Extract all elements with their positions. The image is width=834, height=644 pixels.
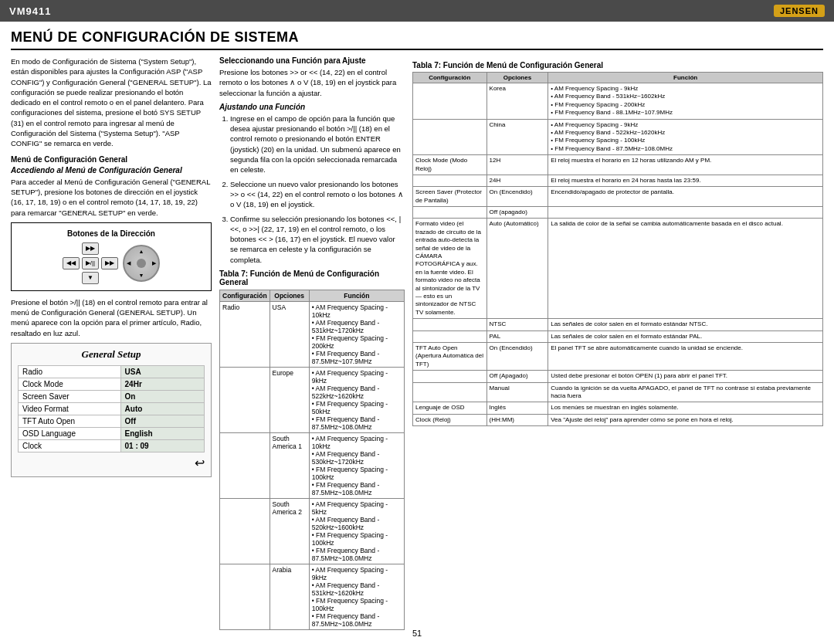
- function-cell: • AM Frequency Spacing - 10kHz• AM Frequ…: [309, 433, 404, 499]
- function-line: Usted debe presionar el botón OPEN (1) p…: [551, 372, 820, 380]
- rewind-btn[interactable]: ◀◀: [63, 257, 80, 269]
- function-cell: El reloj muestra el horario en 12 horas …: [548, 155, 823, 175]
- table-row: Korea • AM Frequency Spacing - 9kHz• AM …: [413, 83, 823, 120]
- function-line: • AM Frequency Band - 522kHz~1620kHz: [312, 385, 402, 400]
- function-line: Las señales de color salen en el formato…: [551, 333, 820, 341]
- mid-config-table: Configuración Opciones Función Radio USA…: [219, 290, 405, 630]
- direction-box: Botones de la Dirección ▶▶ ◀◀ ▶/|| ▶▶ ▼: [11, 222, 212, 291]
- step-item: Confirme su selección presionando los bo…: [230, 214, 405, 265]
- joystick-pad[interactable]: ◀ ▶: [123, 245, 160, 282]
- config-cell: [413, 207, 487, 219]
- center-button[interactable]: [137, 259, 146, 268]
- function-line: • FM Frequency Spacing - 200kHz: [312, 334, 402, 350]
- table-row: South America 1 • AM Frequency Spacing -…: [220, 433, 405, 499]
- function-line: • AM Frequency Spacing - 9kHz: [312, 369, 402, 385]
- function-line: • AM Frequency Spacing - 9kHz: [312, 566, 402, 581]
- table-row: Radio USA • AM Frequency Spacing - 10kHz…: [220, 302, 405, 368]
- config-cell: [413, 119, 487, 155]
- down-btn[interactable]: ▼: [82, 272, 99, 284]
- options-cell: China: [486, 119, 548, 155]
- table-row: PAL Las señales de color salen en el for…: [413, 330, 823, 342]
- fast-forward-btn[interactable]: ▶▶: [82, 242, 99, 255]
- function-line: • AM Frequency Spacing - 9kHz: [551, 85, 820, 93]
- options-cell: Arabia: [270, 564, 309, 630]
- function-cell: Vea "Ajuste del reloj" para aprender cóm…: [548, 414, 823, 425]
- page-number: 51: [412, 629, 422, 638]
- setup-row: Radio USA: [19, 366, 205, 378]
- direction-buttons: ▶▶ ◀◀ ▶/|| ▶▶ ▼ ◀ ▶: [18, 242, 205, 284]
- forward-btn[interactable]: ▶▶: [101, 257, 118, 269]
- right-th-options: Opciones: [486, 73, 548, 83]
- function-line: • AM Frequency Spacing - 10kHz: [312, 303, 402, 319]
- options-cell: Inglés: [486, 402, 548, 414]
- function-cell: • AM Frequency Spacing - 9kHz• AM Freque…: [548, 83, 823, 120]
- config-cell: [220, 433, 270, 499]
- left-column: En modo de Configuración de Sistema ("Sy…: [11, 56, 212, 634]
- table-row: NTSC Las señales de color salen en el fo…: [413, 319, 823, 330]
- function-line: El reloj muestra el horario en 12 horas …: [551, 157, 820, 164]
- mid-table-title: Tabla 7: Función de Menú de Configuració…: [219, 269, 405, 286]
- function-line: • AM Frequency Spacing - 10kHz: [312, 435, 402, 450]
- function-line: • AM Frequency Band - 520kHz~1600kHz: [312, 516, 402, 531]
- function-line: • FM Frequency Spacing - 50kHz: [312, 400, 402, 415]
- config-cell: [413, 371, 487, 382]
- table-row: Lenguaje de OSD Inglés Los menúes se mue…: [413, 402, 823, 414]
- function-line: Las señales de color salen en el formato…: [551, 320, 820, 328]
- options-cell: Europe: [270, 368, 309, 433]
- config-cell: [413, 330, 487, 342]
- function-cell: • AM Frequency Spacing - 10kHz• AM Frequ…: [309, 302, 404, 368]
- options-cell: 12H: [486, 155, 548, 175]
- setup-label: Radio: [19, 366, 121, 378]
- function-cell: Los menúes se muestran en inglés solamen…: [548, 402, 823, 414]
- setup-label: Video Format: [19, 403, 121, 415]
- function-cell: [548, 207, 823, 219]
- options-cell: Manual: [486, 382, 548, 402]
- config-cell: Clock Mode (Modo Reloj): [413, 155, 487, 175]
- table-row: Off (apagado): [413, 207, 823, 219]
- table-row: China • AM Frequency Spacing - 9kHz• AM …: [413, 119, 823, 155]
- setup-value: USA: [120, 366, 204, 378]
- table-row: TFT Auto Open (Apertura Automática del T…: [413, 342, 823, 370]
- setup-label: TFT Auto Open: [19, 415, 121, 428]
- table-row: South America 2 • AM Frequency Spacing -…: [220, 499, 405, 564]
- menu-sub-heading: Accediendo al Menú de Configuración Gene…: [11, 166, 212, 175]
- table-row: 24H El reloj muestra el horario en 24 ho…: [413, 175, 823, 186]
- setup-value: English: [120, 428, 204, 440]
- function-cell: La salida de color de la señal se cambia…: [548, 219, 823, 319]
- back-arrow[interactable]: ↩: [18, 456, 205, 470]
- config-cell: TFT Auto Open (Apertura Automática del T…: [413, 342, 487, 370]
- options-cell: USA: [270, 302, 309, 368]
- setup-row: Clock 01 : 09: [19, 440, 205, 452]
- function-line: • AM Frequency Spacing - 5kHz: [312, 500, 402, 516]
- function-line: • FM Frequency Spacing - 100kHz: [551, 137, 820, 144]
- right-arrow: ▶: [152, 260, 156, 266]
- model-number: VM9411: [9, 5, 51, 17]
- options-cell: Off (apagado): [486, 207, 548, 219]
- right-config-table: Configuración Opciones Función Korea • A…: [412, 72, 823, 426]
- function-line: El reloj muestra el horario en 24 horas …: [551, 177, 820, 185]
- bottom-text: Presione el botón >/|| (18) en el contro…: [11, 297, 212, 338]
- setup-label: Clock Mode: [19, 378, 121, 391]
- setup-label: Screen Saver: [19, 391, 121, 403]
- setup-label: OSD Language: [19, 428, 121, 440]
- setup-value: Off: [120, 415, 204, 428]
- function-cell: • AM Frequency Spacing - 9kHz• AM Freque…: [548, 119, 823, 155]
- play-pause-btn[interactable]: ▶/||: [82, 257, 99, 269]
- function-cell: Encendido/apagado de protector de pantal…: [548, 187, 823, 207]
- seleccionando-heading: Seleccionando una Función para Ajuste: [219, 56, 405, 65]
- function-line: • AM Frequency Spacing - 9kHz: [551, 121, 820, 129]
- table-row: Manual Cuando la ignición se da vuelta A…: [413, 382, 823, 402]
- right-table-title: Tabla 7: Función de Menú de Configuració…: [412, 61, 823, 69]
- media-btn-row: ◀◀ ▶/|| ▶▶: [63, 257, 118, 269]
- options-cell: Off (Apagado): [486, 371, 548, 382]
- th-function: Función: [309, 290, 404, 302]
- function-line: • FM Frequency Band - 87.5MHz~108.0MHz: [551, 145, 820, 153]
- function-cell: • AM Frequency Spacing - 5kHz• AM Freque…: [309, 499, 404, 564]
- function-line: • FM Frequency Spacing - 100kHz: [312, 597, 402, 612]
- function-line: Cuando la ignición se da vuelta APAGADO,…: [551, 385, 820, 401]
- options-cell: NTSC: [486, 319, 548, 330]
- function-cell: El reloj muestra el horario en 24 horas …: [548, 175, 823, 186]
- middle-column: Seleccionando una Función para Ajuste Pr…: [219, 56, 405, 634]
- right-th-config: Configuración: [413, 73, 487, 83]
- step-item: Ingrese en el campo de opción para la fu…: [230, 114, 405, 175]
